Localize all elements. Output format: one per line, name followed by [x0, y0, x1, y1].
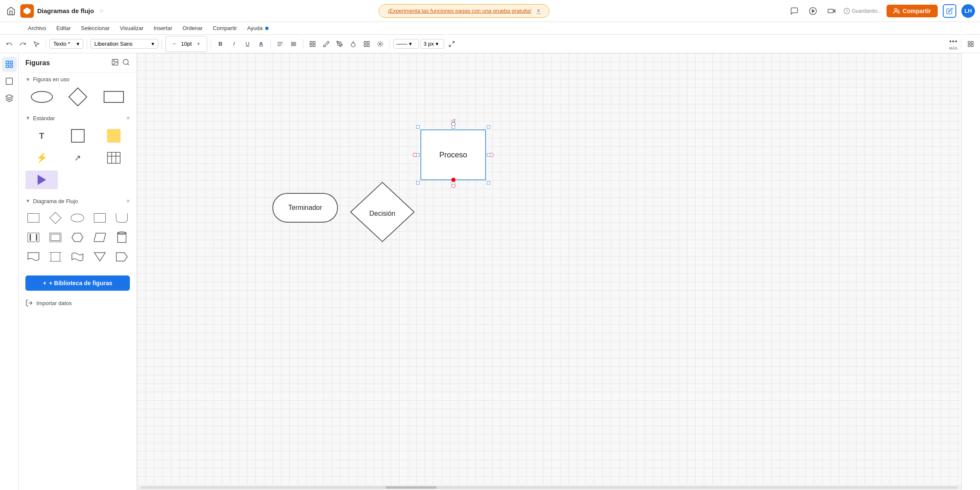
menu-visualizar[interactable]: Visualizar — [115, 24, 148, 33]
share-button[interactable]: Compartir — [887, 5, 938, 17]
font-size-plus-button[interactable]: + — [192, 38, 204, 50]
note-shape-item[interactable] — [97, 127, 130, 145]
menu-archivo[interactable]: Archivo — [24, 24, 50, 33]
bold-button[interactable]: B — [214, 38, 226, 50]
handle-tr[interactable] — [487, 125, 490, 129]
library-button[interactable]: + + Biblioteca de figuras — [25, 275, 130, 291]
format-panel-button[interactable] — [965, 38, 977, 50]
underline-button[interactable]: U — [242, 38, 253, 50]
flow-rect-shape — [27, 213, 39, 223]
flow-oval-item[interactable] — [68, 209, 87, 226]
align-button[interactable] — [274, 38, 286, 50]
menu-editar[interactable]: Editar — [52, 24, 75, 33]
flow-rect2-item[interactable] — [90, 209, 110, 226]
undo-button[interactable] — [3, 38, 15, 50]
edit-icon[interactable] — [943, 4, 956, 18]
flow-diamond-item[interactable] — [46, 209, 65, 226]
flow-para-item[interactable] — [90, 229, 110, 246]
stroke-button[interactable] — [334, 38, 346, 50]
horizontal-scrollbar[interactable] — [137, 485, 961, 490]
svg-rect-11 — [313, 41, 316, 44]
shape-format-button[interactable] — [361, 38, 373, 50]
menu-ordenar[interactable]: Ordenar — [178, 24, 207, 33]
decision-shape[interactable]: Decisión — [349, 180, 416, 244]
shapes-image-icon[interactable] — [111, 58, 119, 67]
templates-rail-button[interactable] — [2, 91, 17, 106]
shapes-search-icon[interactable] — [122, 58, 130, 67]
avatar[interactable]: LH — [961, 4, 975, 18]
more-button[interactable]: ••• MÁS — [949, 38, 958, 50]
chat-icon[interactable] — [788, 4, 801, 18]
shape-rect-item[interactable] — [97, 88, 130, 106]
chevron-down-icon: ▾ — [77, 41, 80, 47]
redo-button[interactable] — [17, 38, 29, 50]
flow-pent-item[interactable] — [112, 248, 132, 265]
fill-button[interactable] — [320, 38, 332, 50]
flow-inner-item[interactable] — [46, 229, 65, 246]
lightning-shape-item[interactable]: ⚡ — [25, 149, 58, 167]
terminador-shape[interactable]: Terminador — [272, 193, 338, 223]
play-icon[interactable] — [806, 4, 820, 18]
promo-banner[interactable]: ¡Experimenta las funciones pagas con una… — [379, 4, 549, 18]
divider-8 — [961, 39, 961, 49]
rotate-handle[interactable]: ↺ — [451, 118, 456, 124]
handle-bl[interactable] — [416, 181, 420, 184]
table-shape-item[interactable] — [97, 149, 130, 167]
flow-cyl-item[interactable] — [112, 229, 132, 246]
flow-curved-item[interactable] — [112, 209, 132, 226]
flow-section[interactable]: ▼ Diagrama de Flujo × — [19, 194, 137, 208]
color-button[interactable] — [347, 38, 359, 50]
scrollbar-thumb[interactable] — [386, 486, 436, 489]
import-button[interactable]: Importar datos — [19, 296, 137, 310]
flow-doc-item[interactable] — [24, 248, 43, 265]
play-shape-item[interactable] — [25, 171, 58, 189]
svg-marker-0 — [24, 7, 31, 14]
px-selector[interactable]: 3 px ▾ — [420, 39, 444, 49]
menu-insertar[interactable]: Insertar — [149, 24, 176, 33]
shapes-rail-button[interactable] — [2, 57, 17, 72]
resize-button[interactable] — [307, 38, 318, 50]
pointer-button[interactable] — [30, 38, 42, 50]
shape-diamond-item[interactable] — [61, 88, 94, 106]
text-format-button[interactable] — [288, 38, 299, 50]
flow-dbl-item[interactable] — [46, 248, 65, 265]
italic-button[interactable]: I — [228, 38, 240, 50]
shape-oval-item[interactable] — [25, 88, 58, 106]
flow-wave-item[interactable] — [68, 248, 87, 265]
video-icon[interactable] — [825, 4, 838, 18]
flow-sub-item[interactable] — [24, 229, 43, 246]
square-shape-item[interactable] — [61, 127, 94, 145]
expand-button[interactable] — [446, 38, 458, 50]
text-shape-item[interactable]: T — [25, 127, 58, 145]
font-size-minus-button[interactable]: − — [168, 38, 180, 50]
svg-rect-23 — [10, 61, 12, 64]
menu-seleccionar[interactable]: Seleccionar — [77, 24, 114, 33]
extra-format-button[interactable] — [374, 38, 386, 50]
toolbar: Texto * ▾ Liberation Sans ▾ − 10pt + B I… — [0, 35, 980, 53]
flow-rect-item[interactable] — [24, 209, 43, 226]
promo-close-icon[interactable]: × — [537, 7, 541, 15]
flow-cyl-shape — [117, 231, 127, 243]
divider-4 — [211, 39, 211, 49]
flow-tri-item[interactable] — [90, 248, 110, 265]
home-icon[interactable] — [5, 5, 17, 17]
star-icon[interactable]: ☆ — [99, 8, 104, 14]
arrow-shape-item[interactable]: ↗ — [61, 149, 94, 167]
font-color-button[interactable]: A — [255, 38, 267, 50]
figuras-en-uso-section[interactable]: ▼ Figuras en uso — [19, 73, 137, 86]
proceso-shape[interactable]: ↺ Proceso — [416, 125, 490, 184]
handle-br[interactable] — [487, 181, 490, 184]
line-selector[interactable]: —— ▾ — [393, 39, 419, 49]
more-label: MÁS — [949, 46, 958, 50]
handle-tl[interactable] — [416, 125, 420, 129]
standard-section[interactable]: ▼ Estándar × — [19, 111, 137, 125]
flow-close-icon[interactable]: × — [126, 198, 130, 204]
text-type-selector[interactable]: Texto * ▾ — [49, 39, 83, 49]
canvas-area[interactable]: Terminador Decisión ↺ Proceso — [137, 53, 961, 490]
menu-ayuda[interactable]: Ayuda — [243, 24, 272, 33]
flow-hex-item[interactable] — [68, 229, 87, 246]
standard-close-icon[interactable]: × — [126, 115, 130, 121]
font-selector[interactable]: Liberation Sans ▾ — [91, 39, 158, 49]
layers-rail-button[interactable] — [2, 74, 17, 89]
menu-compartir[interactable]: Compartir — [209, 24, 241, 33]
